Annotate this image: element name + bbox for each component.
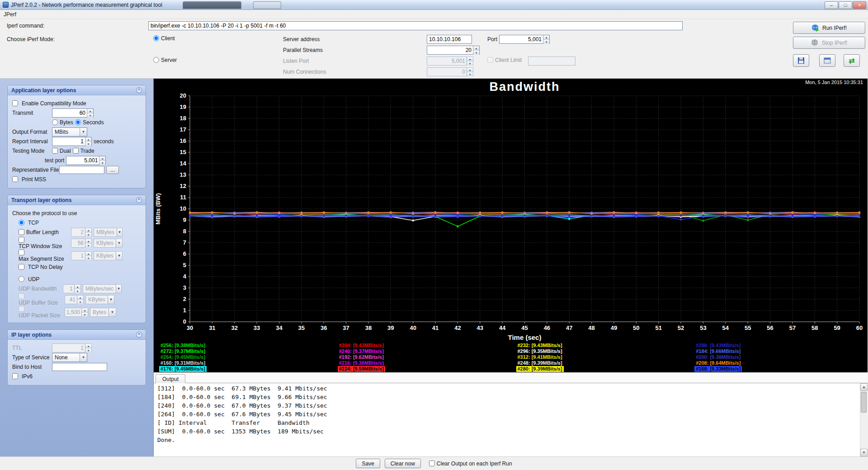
chevron-down-icon: ▾ [116,239,122,247]
port-input[interactable] [500,35,543,43]
collapse-icon[interactable]: ^ [136,87,142,93]
transport-layer-header[interactable]: Transport layer options ^ [8,195,146,205]
run-iperf-button[interactable]: Run IPerf! [793,22,865,34]
save-button[interactable]: Save [356,459,380,468]
clear-output-checkbox[interactable] [429,461,435,466]
output-format-value: MBits [52,129,80,135]
tcp-window-unit-dropdown: KBytes▾ [94,239,123,248]
application-layer-header[interactable]: Application layer options ^ [8,85,146,95]
tos-dropdown[interactable]: None▾ [52,353,87,362]
chevron-down-icon: ▾ [108,308,116,316]
minimize-button[interactable]: – [825,1,838,9]
server-radio[interactable] [153,57,159,63]
tcp-no-delay-checkbox[interactable] [19,264,24,270]
close-button[interactable]: × [853,1,866,9]
spin-down-icon: ▾ [82,313,88,317]
spin-up-icon[interactable]: ▴ [99,156,105,161]
seconds-radio[interactable] [75,119,81,125]
scrollbar-track[interactable] [860,391,868,449]
collapse-icon[interactable]: ^ [136,332,142,338]
spin-up-icon[interactable]: ▴ [85,137,91,142]
mss-checkbox[interactable] [19,249,24,255]
ip-layer-header[interactable]: IP layer options ^ [8,330,146,340]
legend-entry: #240: [9.37MBits/s] [338,348,385,354]
client-radio[interactable] [153,35,159,41]
svg-text:40: 40 [410,324,416,331]
menu-jperf[interactable]: JPerf [0,10,20,19]
svg-text:13: 13 [180,171,186,178]
maximize-button[interactable]: □ [839,1,852,9]
spinner-arrows[interactable]: ▴▾ [87,109,93,117]
test-port-label: test port [45,157,64,164]
spin-down-icon[interactable]: ▾ [85,142,91,146]
spin-up-icon[interactable]: ▴ [87,109,93,113]
spin-down-icon[interactable]: ▾ [99,161,105,165]
output-format-dropdown[interactable]: MBits▾ [52,127,87,136]
scroll-up-icon[interactable]: ▲ [860,383,868,391]
refresh-button[interactable]: ⇄ [844,54,860,67]
scroll-down-icon[interactable]: ▼ [860,449,868,456]
window-titlebar[interactable]: JPerf 2.0.2 - Network performance measur… [0,0,868,10]
output-text[interactable]: [312] 0.0-60.0 sec 67.3 MBytes 9.41 Mbit… [154,383,860,456]
svg-text:9: 9 [183,216,186,223]
background-window-tab [253,1,281,9]
clear-now-button[interactable]: Clear now [385,459,421,468]
test-port-input[interactable] [66,156,99,164]
representative-file-input[interactable] [59,166,104,174]
iperf-command-input[interactable] [148,21,683,30]
chevron-down-icon[interactable]: ▾ [80,353,87,362]
testing-mode-row: Testing Mode Dual Trade [12,146,141,155]
tab-output[interactable]: Output [156,374,185,383]
ttl-spinner: ▴▾ [52,343,92,352]
compat-checkbox[interactable] [12,100,18,106]
chevron-down-icon[interactable]: ▾ [80,128,87,136]
spin-up-icon[interactable]: ▴ [473,46,479,51]
trade-checkbox[interactable] [73,148,79,154]
spin-down-icon: ▾ [85,348,91,352]
bytes-radio[interactable] [52,119,58,125]
legend-entry: #168: [9.33MBits/s] [694,366,742,372]
ipv6-checkbox[interactable] [12,373,18,379]
chevron-down-icon: ▾ [117,228,122,236]
udp-radio[interactable] [19,276,24,282]
scrollbar-thumb[interactable] [861,392,867,413]
spinner-arrows: ▴▾ [85,344,91,352]
representative-file-row: Representative File ... [12,165,141,174]
spinner-arrows[interactable]: ▴▾ [543,35,549,43]
collapse-icon[interactable]: ^ [136,197,142,203]
chevron-down-icon: ▾ [116,252,122,260]
seconds-label: Seconds [83,119,104,126]
transmit-spinner[interactable]: ▴▾ [52,108,94,118]
svg-text:50: 50 [633,324,639,331]
print-mss-checkbox[interactable] [12,176,18,182]
parallel-streams-input[interactable] [427,46,473,54]
report-interval-input[interactable] [52,137,85,146]
buffer-length-checkbox[interactable] [19,229,24,235]
tcp-window-checkbox[interactable] [19,237,24,243]
spin-down-icon[interactable]: ▾ [543,40,549,44]
spinner-arrows[interactable]: ▴▾ [85,137,91,146]
spin-up-icon: ▴ [85,344,91,348]
transmit-input[interactable] [52,109,87,117]
spin-down-icon[interactable]: ▾ [87,113,93,118]
legend-entry: #256: [9.38MBits/s] [159,343,207,348]
port-spinner[interactable]: ▴▾ [499,35,550,44]
browse-button[interactable]: ... [106,166,119,174]
parallel-streams-spinner[interactable]: ▴▾ [427,46,480,55]
output-scrollbar[interactable]: ▲ ▼ [860,383,868,456]
spinner-arrows[interactable]: ▴▾ [473,46,479,54]
open-window-button[interactable] [819,54,835,67]
bind-host-input[interactable] [52,363,107,371]
report-interval-spinner[interactable]: ▴▾ [52,137,92,146]
spin-up-icon[interactable]: ▴ [543,35,549,40]
spinner-arrows[interactable]: ▴▾ [99,156,105,164]
spin-down-icon[interactable]: ▾ [473,51,479,55]
server-address-input[interactable] [427,35,472,44]
tcp-radio[interactable] [19,220,24,226]
tcp-window-row: TCP Window Size ▴▾ KBytes▾ [19,237,141,249]
mss-row: Max Segment Size ▴▾ KBytes▾ [19,249,141,262]
save-output-button[interactable] [793,54,809,67]
dual-checkbox[interactable] [52,148,58,154]
udp-buffer-unit: KBytes [86,296,108,303]
test-port-spinner[interactable]: ▴▾ [66,156,106,165]
